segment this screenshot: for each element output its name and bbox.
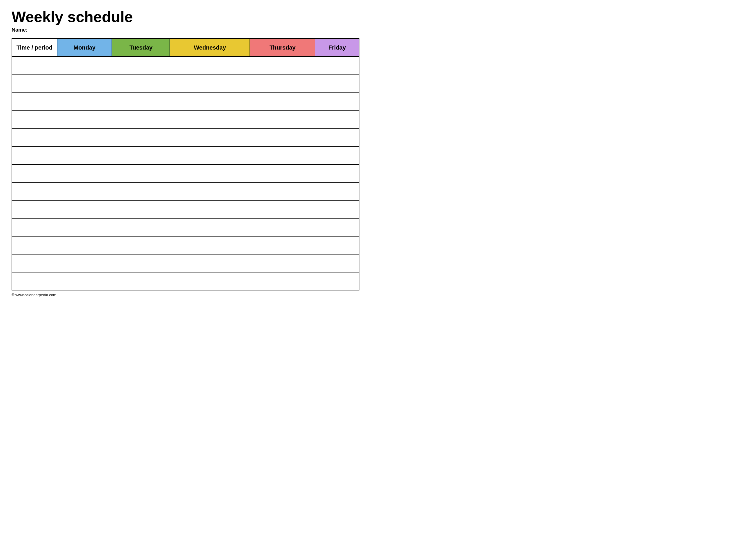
table-cell[interactable] bbox=[12, 182, 57, 200]
table-cell[interactable] bbox=[250, 74, 315, 93]
table-cell[interactable] bbox=[112, 129, 170, 146]
table-cell[interactable] bbox=[12, 218, 57, 236]
table-cell[interactable] bbox=[170, 110, 250, 129]
name-label: Name: bbox=[12, 27, 359, 33]
table-cell[interactable] bbox=[57, 129, 112, 146]
table-cell[interactable] bbox=[170, 200, 250, 218]
table-cell[interactable] bbox=[250, 146, 315, 164]
table-cell[interactable] bbox=[57, 146, 112, 164]
table-cell[interactable] bbox=[12, 93, 57, 110]
table-row bbox=[12, 236, 359, 254]
col-header-monday: Monday bbox=[57, 39, 112, 56]
table-cell[interactable] bbox=[112, 272, 170, 290]
table-cell[interactable] bbox=[250, 129, 315, 146]
table-cell[interactable] bbox=[250, 164, 315, 182]
table-cell[interactable] bbox=[315, 164, 359, 182]
table-cell[interactable] bbox=[112, 182, 170, 200]
table-cell[interactable] bbox=[250, 272, 315, 290]
table-cell[interactable] bbox=[12, 254, 57, 272]
table-cell[interactable] bbox=[12, 56, 57, 74]
table-cell[interactable] bbox=[57, 56, 112, 74]
table-cell[interactable] bbox=[12, 74, 57, 93]
col-header-wednesday: Wednesday bbox=[170, 39, 250, 56]
table-cell[interactable] bbox=[170, 182, 250, 200]
table-cell[interactable] bbox=[315, 110, 359, 129]
table-cell[interactable] bbox=[315, 254, 359, 272]
table-cell[interactable] bbox=[57, 164, 112, 182]
table-cell[interactable] bbox=[315, 129, 359, 146]
table-row bbox=[12, 200, 359, 218]
table-cell[interactable] bbox=[112, 164, 170, 182]
table-cell[interactable] bbox=[12, 164, 57, 182]
table-cell[interactable] bbox=[170, 236, 250, 254]
table-cell[interactable] bbox=[57, 110, 112, 129]
table-cell[interactable] bbox=[57, 272, 112, 290]
table-cell[interactable] bbox=[315, 272, 359, 290]
table-cell[interactable] bbox=[315, 236, 359, 254]
table-cell[interactable] bbox=[170, 164, 250, 182]
col-header-friday: Friday bbox=[315, 39, 359, 56]
table-row bbox=[12, 56, 359, 74]
table-row bbox=[12, 272, 359, 290]
table-cell[interactable] bbox=[250, 200, 315, 218]
table-cell[interactable] bbox=[250, 110, 315, 129]
col-header-tuesday: Tuesday bbox=[112, 39, 170, 56]
table-cell[interactable] bbox=[250, 56, 315, 74]
table-cell[interactable] bbox=[12, 146, 57, 164]
table-cell[interactable] bbox=[315, 182, 359, 200]
footer-text: © www.calendarpedia.com bbox=[12, 293, 359, 297]
page-title: Weekly schedule bbox=[12, 9, 359, 25]
table-cell[interactable] bbox=[12, 236, 57, 254]
table-cell[interactable] bbox=[57, 218, 112, 236]
table-cell[interactable] bbox=[112, 56, 170, 74]
table-cell[interactable] bbox=[57, 182, 112, 200]
table-cell[interactable] bbox=[250, 93, 315, 110]
table-cell[interactable] bbox=[250, 254, 315, 272]
table-cell[interactable] bbox=[12, 110, 57, 129]
table-cell[interactable] bbox=[170, 56, 250, 74]
table-cell[interactable] bbox=[315, 146, 359, 164]
table-row bbox=[12, 74, 359, 93]
table-cell[interactable] bbox=[250, 182, 315, 200]
table-cell[interactable] bbox=[170, 272, 250, 290]
table-cell[interactable] bbox=[57, 254, 112, 272]
table-row bbox=[12, 93, 359, 110]
table-cell[interactable] bbox=[170, 218, 250, 236]
table-cell[interactable] bbox=[315, 74, 359, 93]
table-cell[interactable] bbox=[112, 254, 170, 272]
table-cell[interactable] bbox=[315, 218, 359, 236]
table-row bbox=[12, 218, 359, 236]
table-cell[interactable] bbox=[112, 74, 170, 93]
table-cell[interactable] bbox=[57, 93, 112, 110]
table-cell[interactable] bbox=[315, 93, 359, 110]
table-cell[interactable] bbox=[112, 236, 170, 254]
table-cell[interactable] bbox=[170, 74, 250, 93]
table-cell[interactable] bbox=[12, 272, 57, 290]
table-cell[interactable] bbox=[112, 93, 170, 110]
table-row bbox=[12, 254, 359, 272]
table-cell[interactable] bbox=[315, 200, 359, 218]
table-cell[interactable] bbox=[112, 146, 170, 164]
table-cell[interactable] bbox=[170, 146, 250, 164]
col-header-thursday: Thursday bbox=[250, 39, 315, 56]
table-row bbox=[12, 164, 359, 182]
table-cell[interactable] bbox=[12, 129, 57, 146]
table-cell[interactable] bbox=[250, 236, 315, 254]
table-cell[interactable] bbox=[112, 110, 170, 129]
table-row bbox=[12, 182, 359, 200]
table-cell[interactable] bbox=[170, 129, 250, 146]
table-cell[interactable] bbox=[12, 200, 57, 218]
table-cell[interactable] bbox=[170, 254, 250, 272]
table-cell[interactable] bbox=[57, 74, 112, 93]
table-cell[interactable] bbox=[112, 200, 170, 218]
col-header-time: Time / period bbox=[12, 39, 57, 56]
table-row bbox=[12, 129, 359, 146]
table-cell[interactable] bbox=[250, 218, 315, 236]
table-cell[interactable] bbox=[315, 56, 359, 74]
table-row bbox=[12, 146, 359, 164]
table-row bbox=[12, 110, 359, 129]
table-cell[interactable] bbox=[112, 218, 170, 236]
table-cell[interactable] bbox=[57, 200, 112, 218]
table-cell[interactable] bbox=[170, 93, 250, 110]
table-cell[interactable] bbox=[57, 236, 112, 254]
